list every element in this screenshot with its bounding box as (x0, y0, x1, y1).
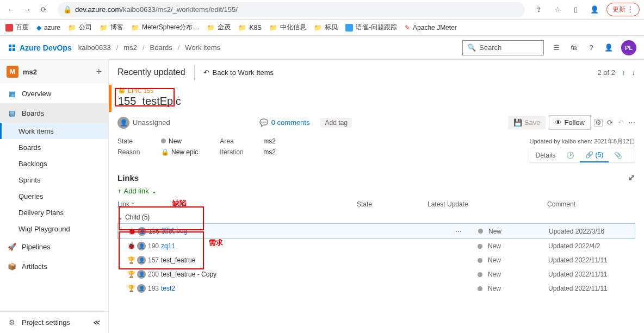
comment-icon: 💬 (259, 118, 268, 127)
sidebar-item-boards-sub[interactable]: Boards (0, 139, 108, 155)
row-updated: Updated 2022/4/2 (548, 242, 600, 250)
more-icon[interactable]: ⋯ (628, 119, 635, 127)
add-tag-button[interactable]: Add tag (320, 118, 351, 128)
tab-details[interactable]: Details (530, 149, 561, 162)
sidebar-item-pipelines[interactable]: 🚀Pipelines (0, 237, 108, 256)
area-value[interactable]: ms2 (263, 137, 276, 145)
col-link[interactable]: Link ↑ (117, 200, 357, 208)
search-input[interactable]: 🔍 Search (462, 40, 544, 55)
bookmark-baidu[interactable]: 百度 (5, 23, 29, 32)
sidebar-item-artifacts[interactable]: 📦Artifacts (0, 256, 108, 276)
azure-logo[interactable]: Azure DevOps (8, 43, 72, 52)
bookmark-folder[interactable]: 📁MeterSphere分布… (131, 23, 199, 32)
table-row[interactable]: 🐞👤186测试 bug⋯NewUpdated 2022/3/16 (117, 223, 635, 239)
work-item-link[interactable]: test2 (161, 285, 175, 292)
col-state[interactable]: State (357, 200, 428, 208)
crumb[interactable]: Boards (150, 43, 172, 52)
work-item-link[interactable]: zq11 (161, 242, 175, 250)
work-item-link[interactable]: 测试 bug (162, 227, 187, 236)
iteration-value[interactable]: ms2 (263, 148, 276, 156)
follow-button[interactable]: 👁Follow (549, 115, 591, 130)
crumb[interactable]: Work items (185, 43, 220, 52)
profile-icon[interactable]: 👤 (588, 3, 601, 16)
table-row[interactable]: 🐞👤190zq11NewUpdated 2022/4/2 (117, 239, 635, 253)
project-name: ms2 (23, 68, 96, 76)
project-settings[interactable]: ⚙ Project settings ≪ (0, 311, 108, 333)
bag-icon[interactable]: 🛍 (569, 43, 579, 53)
crumb[interactable]: kaibo0633 (78, 43, 111, 52)
child-group-header[interactable]: ⌄Child (5) (117, 211, 635, 223)
tab-links[interactable]: 🔗 (5) (580, 148, 609, 162)
bookmark-folder[interactable]: 📁金茂 (207, 23, 231, 32)
save-button[interactable]: 💾Save (508, 116, 546, 129)
table-row[interactable]: 🏆👤200test_featrue - CopyNewUpdated 2022/… (117, 267, 635, 281)
bookmark-folder[interactable]: 📁公司 (68, 23, 92, 32)
browser-toolbar: ← → ⟳ 🔒 dev.azure.com/kaibo0633/ms2/_wor… (0, 0, 644, 20)
help-icon[interactable]: ? (586, 43, 596, 53)
address-bar[interactable]: 🔒 dev.azure.com/kaibo0633/ms2/_workitems… (58, 2, 525, 17)
assignee-field[interactable]: 👤 Unassigned (117, 117, 170, 129)
more-icon[interactable]: ⋯ (455, 228, 462, 235)
project-header[interactable]: M ms2 + (0, 60, 108, 84)
reason-value[interactable]: 🔒New epic (161, 148, 198, 156)
sidebar-item-delivery[interactable]: Delivery Plans (0, 204, 108, 221)
person-icon: 👤 (138, 227, 146, 236)
bookmark-folder[interactable]: 📁中化信息 (269, 23, 306, 32)
content-header: Recently updated ↶Back to Work Items 2 o… (109, 60, 644, 85)
update-button[interactable]: 更新 ⋮ (606, 3, 640, 16)
sidebar-item-sprints[interactable]: Sprints (0, 172, 108, 188)
sidebar-item-wiql[interactable]: Wiql Playground (0, 221, 108, 237)
updated-by: Updated by kaibo shen: 2021年8月12日 Detail… (530, 137, 635, 163)
collapse-icon[interactable]: ≪ (93, 318, 101, 326)
comments-link[interactable]: 💬0 comments (259, 118, 310, 127)
crumb[interactable]: ms2 (123, 43, 137, 52)
settings-icon[interactable]: ⚙ (594, 119, 603, 127)
bookmark-folder[interactable]: 📁标贝 (314, 23, 338, 32)
fullscreen-icon[interactable]: ⤢ (628, 173, 635, 183)
panel-icon[interactable]: ▯ (569, 3, 583, 16)
table-row[interactable]: 🏆👤157test_featrueNewUpdated 2022/11/11 (117, 253, 635, 267)
chevron-down-icon: ⌄ (117, 213, 123, 221)
avatar[interactable]: PL (621, 40, 636, 55)
pager-down-icon[interactable]: ↓ (632, 68, 636, 77)
list-icon[interactable]: ☰ (552, 43, 561, 53)
refresh-icon[interactable]: ⟳ (606, 119, 614, 127)
sidebar-item-queries[interactable]: Queries (0, 188, 108, 204)
work-item-link[interactable]: test_featrue (161, 256, 195, 264)
state-value[interactable]: New (161, 137, 182, 145)
bookmark-folder[interactable]: 📁K8S (238, 24, 262, 32)
sidebar-item-overview[interactable]: ▦Overview (0, 84, 108, 103)
tab-attachments-icon[interactable]: 📎 (609, 149, 628, 162)
undo-icon[interactable]: ↶ (617, 119, 624, 127)
bookmark-folder[interactable]: 📁博客 (100, 23, 123, 32)
forward-icon[interactable]: → (21, 3, 34, 16)
overview-icon: ▦ (8, 89, 16, 98)
table-row[interactable]: 🏆👤193test2NewUpdated 2022/11/11 (117, 281, 635, 296)
bookmark-jmeter[interactable]: ✎Apache JMeter (405, 24, 457, 32)
star-icon[interactable]: ☆ (551, 3, 564, 16)
user-settings-icon[interactable]: 👤 (604, 43, 614, 53)
work-item-title[interactable]: 155 testEpic (118, 95, 637, 108)
bookmark-azure[interactable]: ◆azure (36, 24, 60, 32)
col-updated[interactable]: Latest Update (428, 200, 547, 208)
bookmark-yuque[interactable]: 语雀-问题跟踪 (345, 23, 397, 32)
tab-history-icon[interactable]: 🕑 (561, 149, 580, 162)
row-state: New (478, 242, 501, 250)
row-state: New (478, 228, 501, 235)
reload-icon[interactable]: ⟳ (37, 3, 50, 16)
sidebar-item-workitems[interactable]: Work items (0, 123, 108, 139)
add-icon[interactable]: + (96, 66, 102, 78)
back-icon[interactable]: ← (4, 3, 17, 16)
sidebar: M ms2 + ▦Overview ▤Boards Work items Boa… (0, 60, 109, 333)
sidebar-item-backlogs[interactable]: Backlogs (0, 155, 108, 172)
work-item-link[interactable]: test_featrue - Copy (161, 271, 216, 278)
pager-up-icon[interactable]: ↑ (622, 68, 626, 77)
share-icon[interactable]: ⇪ (532, 3, 546, 16)
sidebar-item-boards[interactable]: ▤Boards (0, 103, 108, 123)
gear-icon: ⚙ (8, 318, 16, 327)
epic-header: 👑EPIC 155 155 testEpic (109, 85, 644, 112)
col-comment[interactable]: Comment (547, 200, 635, 208)
back-link[interactable]: ↶Back to Work Items (203, 68, 274, 77)
artifacts-icon: 📦 (8, 262, 16, 271)
add-link-button[interactable]: +Add link ⌄ (109, 185, 644, 197)
